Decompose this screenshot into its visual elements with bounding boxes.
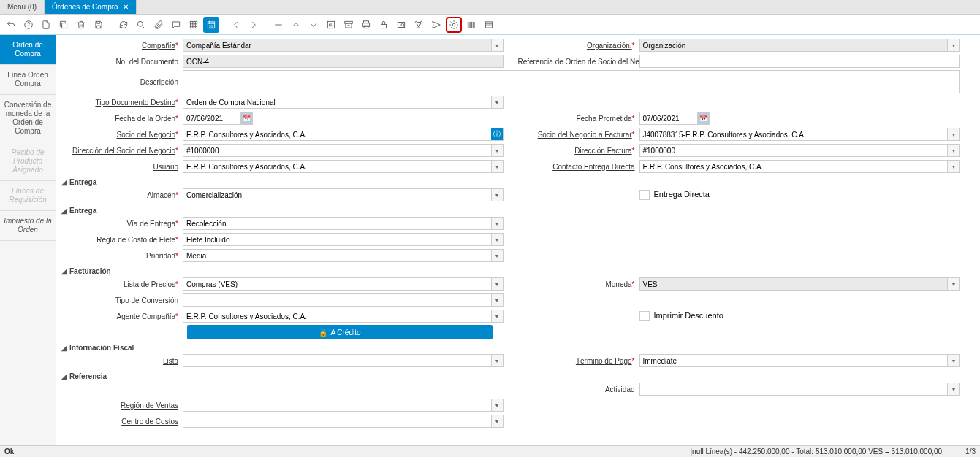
save-icon[interactable] — [91, 17, 107, 33]
zoom-across-icon[interactable] — [393, 17, 409, 33]
gear-icon[interactable] — [446, 17, 462, 33]
chevron-down-icon[interactable]: ▾ — [491, 415, 503, 427]
chevron-down-icon[interactable]: ▾ — [491, 250, 503, 261]
svg-point-17 — [452, 23, 455, 26]
sidebar-item-conversion-moneda[interactable]: Conversión de moneda de la Orden de Comp… — [0, 95, 56, 142]
search-icon[interactable] — [133, 17, 149, 33]
chevron-down-icon[interactable]: ▾ — [491, 145, 503, 156]
print-icon[interactable] — [358, 17, 374, 33]
chk-entrega-directa[interactable] — [639, 190, 650, 200]
field-fechaorden[interactable] — [183, 112, 241, 125]
field-agente[interactable]: E.R.P. Consultores y Asociados, C.A.▾ — [183, 310, 504, 323]
barcode-icon[interactable] — [463, 17, 479, 33]
chevron-down-icon[interactable]: ▾ — [947, 145, 959, 156]
field-sociofact[interactable]: J400788315-E.R.P. Consultores y Asociado… — [639, 128, 960, 141]
svg-rect-18 — [485, 21, 492, 27]
grid-icon[interactable] — [186, 17, 202, 33]
chevron-down-icon[interactable]: ▾ — [491, 96, 503, 108]
chevron-down-icon[interactable]: ▾ — [947, 383, 959, 395]
next-icon[interactable] — [246, 17, 262, 33]
refresh-icon[interactable] — [115, 17, 132, 33]
prev-icon[interactable] — [228, 17, 244, 33]
chevron-down-icon[interactable]: ▾ — [947, 278, 959, 290]
field-usuario[interactable]: E.R.P. Consultores y Asociados, C.A.▾ — [183, 160, 504, 173]
delete-icon[interactable] — [73, 17, 89, 33]
calendar-picker-icon[interactable]: 📅 — [241, 112, 253, 125]
chevron-down-icon[interactable]: ▾ — [491, 355, 503, 366]
sidebar-item-orden-compra[interactable]: Orden de Compra — [0, 35, 56, 65]
lbl-actividad: Actividad — [605, 385, 635, 393]
section-entrega2[interactable]: ◢Entrega — [61, 207, 960, 215]
chevron-down-icon[interactable]: ▾ — [947, 39, 959, 51]
chevron-down-icon[interactable]: ▾ — [947, 355, 959, 366]
chevron-down-icon[interactable]: ▾ — [491, 294, 503, 306]
field-prioridad[interactable]: Media▾ — [183, 249, 504, 262]
sidebar-item-linea-orden[interactable]: Línea Orden Compra — [0, 65, 56, 95]
field-descripcion[interactable] — [183, 70, 960, 93]
chevron-down-icon[interactable]: ▾ — [491, 218, 503, 229]
archive-icon[interactable] — [341, 17, 357, 33]
field-tipodoc[interactable]: Orden de Compra Nacional▾ — [183, 96, 504, 109]
field-socio[interactable]: E.R.P. Consultores y Asociados, C.A.ⓘ — [183, 128, 504, 141]
something-icon[interactable] — [270, 17, 286, 33]
sidebar-item-lineas-requisicion: Líneas de Requisición — [0, 181, 56, 211]
new-icon[interactable] — [38, 17, 54, 33]
chevron-down-icon[interactable]: ▾ — [491, 278, 503, 290]
workflow-icon[interactable] — [411, 17, 427, 33]
field-fechaprom[interactable] — [639, 112, 698, 125]
status-summary: |null Línea(s) - 442.250.000,00 - Total:… — [690, 448, 942, 456]
section-referencia[interactable]: ◢Referencia — [61, 372, 960, 380]
lock-icon[interactable] — [376, 17, 392, 33]
list-view-icon[interactable] — [481, 17, 497, 33]
section-entrega[interactable]: ◢Entrega — [61, 178, 960, 186]
field-almacen[interactable]: Comercialización▾ — [183, 188, 504, 201]
report-icon[interactable] — [323, 17, 339, 33]
field-refsonp[interactable] — [639, 55, 960, 68]
chevron-down-icon[interactable]: ▾ — [491, 39, 503, 51]
chk-imprimir-descuento[interactable] — [639, 311, 650, 321]
field-tipoconv[interactable]: ▾ — [183, 293, 504, 307]
field-dirsocio[interactable]: #1000000▾ — [183, 144, 504, 157]
field-reglaflete[interactable]: Flete Incluido▾ — [183, 233, 504, 246]
sidebar-item-impuesto-orden[interactable]: Impuesto de la Orden — [0, 211, 56, 241]
chevron-down-icon[interactable]: ▾ — [491, 310, 503, 322]
tab-menu[interactable]: Menú (0) — [0, 0, 45, 14]
chat-icon[interactable] — [168, 17, 184, 33]
help-icon[interactable] — [20, 17, 37, 33]
field-compania[interactable]: Compañía Estándar▾ — [183, 39, 504, 52]
field-actividad[interactable]: ▾ — [639, 383, 960, 396]
attachment-icon[interactable] — [151, 17, 167, 33]
tab-ordenes-compra[interactable]: Órdenes de Compra✕ — [45, 0, 137, 14]
status-bar: Ok |null Línea(s) - 442.250.000,00 - Tot… — [0, 445, 980, 457]
calendar-picker-icon[interactable]: 📅 — [698, 112, 710, 125]
request-icon[interactable] — [428, 17, 444, 33]
field-viaent[interactable]: Recolección▾ — [183, 217, 504, 230]
field-contactoent[interactable]: E.R.P. Consultores y Asociados, C.A.▾ — [639, 160, 960, 173]
close-icon[interactable]: ✕ — [123, 3, 129, 11]
chevron-down-icon[interactable]: ▾ — [491, 189, 503, 201]
calendar-icon[interactable]: 31 — [203, 17, 219, 33]
field-lista[interactable]: ▾ — [183, 354, 504, 367]
button-a-credito[interactable]: 🔓 A Crédito — [187, 325, 493, 339]
section-facturacion[interactable]: ◢Facturación — [61, 267, 960, 275]
section-infofiscal[interactable]: ◢Información Fiscal — [61, 344, 960, 352]
field-moneda[interactable]: VES▾ — [639, 277, 960, 291]
chevron-down-icon[interactable]: ▾ — [491, 399, 503, 411]
field-regventas[interactable]: ▾ — [183, 399, 504, 412]
field-listaprecios[interactable]: Compras (VES)▾ — [183, 277, 504, 291]
copy-icon[interactable] — [56, 17, 72, 33]
field-termpago[interactable]: Immediate▾ — [639, 354, 960, 367]
info-icon[interactable]: ⓘ — [491, 128, 503, 140]
chevron-down-icon[interactable]: ▾ — [491, 161, 503, 172]
undo-icon[interactable] — [3, 17, 19, 33]
lbl-entdirecta: Entrega Directa — [654, 190, 710, 200]
field-nodoc[interactable] — [183, 55, 504, 68]
field-organizacion[interactable]: Organización▾ — [639, 39, 960, 52]
chevron-down-icon[interactable]: ▾ — [947, 128, 959, 140]
field-ccostos[interactable]: ▾ — [183, 415, 504, 428]
field-dirfact[interactable]: #1000000▾ — [639, 144, 960, 157]
up-icon[interactable] — [288, 17, 304, 33]
down-icon[interactable] — [305, 17, 322, 33]
chevron-down-icon[interactable]: ▾ — [491, 234, 503, 245]
chevron-down-icon[interactable]: ▾ — [947, 161, 959, 172]
